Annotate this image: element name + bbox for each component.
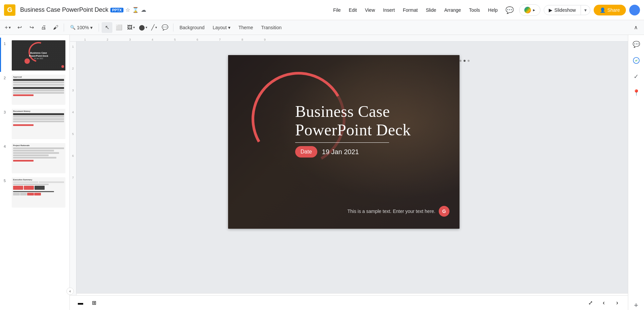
zoom-label: 🔍 xyxy=(70,25,75,30)
theme-button[interactable]: Theme xyxy=(235,22,257,33)
slide-item-3[interactable]: 3 Document History xyxy=(0,106,69,140)
menu-slide[interactable]: Slide xyxy=(422,6,439,14)
slide-panel: 1 Business CasePowerPoint Deck 19 Jan 20… xyxy=(0,35,70,310)
menu-format[interactable]: Format xyxy=(399,6,421,14)
prev-slide-button[interactable]: ‹ xyxy=(598,298,609,308)
slideshow-button[interactable]: ▶ Slideshow ▾ xyxy=(544,5,590,15)
tick-1: 1 xyxy=(74,38,96,41)
slide1-mini-title: Business CasePowerPoint Deck xyxy=(29,51,48,57)
bottom-bar: ▬ ⊞ ⤢ ‹ › xyxy=(70,295,628,310)
maps-sidebar-button[interactable]: 📍 xyxy=(630,87,642,99)
top-right: 💬 ▸ ▶ Slideshow ▾ 👤 Share xyxy=(504,4,640,16)
slide-item-1[interactable]: 1 Business CasePowerPoint Deck 19 Jan 20… xyxy=(0,38,69,72)
insert-image-tool[interactable]: 🖼▾ xyxy=(126,22,136,33)
slide-navigation-dots xyxy=(460,60,470,229)
slide-num-1: 1 xyxy=(4,42,9,71)
history-icon[interactable]: ⌛ xyxy=(132,7,139,13)
separator-3 xyxy=(173,24,173,32)
share-button[interactable]: 👤 Share xyxy=(594,5,626,15)
tick-4: 4 xyxy=(141,38,164,41)
meet-button[interactable]: ▸ xyxy=(519,4,540,16)
doc-title-text: Business Case PowerPoint Deck xyxy=(20,6,108,13)
slide-date-badge: Date xyxy=(295,146,317,158)
line-tool[interactable]: ╱▾ xyxy=(150,22,158,33)
doc-title: Business Case PowerPoint Deck PPTX ☆ ⌛ ☁ xyxy=(20,6,327,13)
share-label: Share xyxy=(607,7,620,13)
slide5-mini-title: Executive Summary xyxy=(13,179,64,181)
share-icon: 👤 xyxy=(600,7,605,13)
slide-thumb-2: Approval xyxy=(12,75,65,105)
zoom-value: 100% xyxy=(77,25,89,30)
add-button[interactable]: +▾ xyxy=(3,22,13,33)
paint-format-button[interactable]: 🖌 xyxy=(50,22,61,33)
menu-insert[interactable]: Insert xyxy=(380,6,398,14)
menu-tools[interactable]: Tools xyxy=(466,6,483,14)
slide-item-4[interactable]: 4 Project Rationale xyxy=(0,140,69,175)
menu-edit[interactable]: Edit xyxy=(345,6,360,14)
select-tool[interactable]: ↖ xyxy=(102,22,112,33)
slide-thumb-1: Business CasePowerPoint Deck 19 Jan 2021 xyxy=(12,40,65,71)
vertical-ruler: 1 2 3 4 5 6 7 xyxy=(70,42,76,310)
slide-thumb-5: Executive Summary xyxy=(12,177,65,208)
menu-view[interactable]: View xyxy=(362,6,378,14)
next-slide-button[interactable]: › xyxy=(612,298,623,308)
background-button[interactable]: Background xyxy=(176,22,208,33)
undo-button[interactable]: ↩ xyxy=(14,22,25,33)
slide-main-content: Business Case PowerPoint Deck Date 19 Ja… xyxy=(295,102,411,158)
view-single-button[interactable]: ▬ xyxy=(75,298,86,308)
collapse-toolbar-button[interactable]: ∧ xyxy=(631,22,641,33)
print-button[interactable]: 🖨 xyxy=(38,22,49,33)
pptx-badge: PPTX xyxy=(110,8,123,12)
meet-label: ▸ xyxy=(533,7,535,12)
tick-8: 8 xyxy=(231,38,254,41)
comment-tool[interactable]: 💬 xyxy=(160,22,170,33)
zoom-button[interactable]: 🔍 100% ▾ xyxy=(67,22,96,33)
slideshow-main[interactable]: ▶ Slideshow xyxy=(544,5,581,15)
expand-button[interactable]: ⤢ xyxy=(585,298,596,308)
slide-divider xyxy=(295,142,389,143)
slide-item-5[interactable]: 5 Executive Summary xyxy=(0,175,69,209)
slide-title: Business Case PowerPoint Deck xyxy=(295,102,411,139)
slide-comment-text: This is a sample text. Enter your text h… xyxy=(347,209,435,214)
slide2-mini-title: Approval xyxy=(13,76,64,78)
tasks-sidebar-button[interactable]: ✓ xyxy=(630,71,642,83)
slide-thumb-4: Project Rationale xyxy=(12,143,65,173)
shape-tool[interactable]: ⬤▾ xyxy=(138,22,149,33)
star-icon[interactable]: ☆ xyxy=(125,7,130,13)
tick-5: 5 xyxy=(164,38,186,41)
menu-arrange[interactable]: Arrange xyxy=(441,6,465,14)
add-sidebar-button[interactable]: + xyxy=(632,301,641,310)
tick-9: 9 xyxy=(254,38,276,41)
slide-thumb-3: Document History xyxy=(12,109,65,139)
tick-2: 2 xyxy=(96,38,119,41)
right-sidebar: 💬 ✓ 📍 + xyxy=(628,35,644,310)
slideshow-label: Slideshow xyxy=(554,7,576,13)
menu-file[interactable]: File xyxy=(330,6,344,14)
menu-help[interactable]: Help xyxy=(485,6,501,14)
slide-title-line2: PowerPoint Deck xyxy=(295,121,411,139)
meet-sidebar-button[interactable] xyxy=(630,54,642,67)
select-rect-tool[interactable]: ⬜ xyxy=(114,22,124,33)
meet-sidebar-icon xyxy=(633,57,640,64)
transition-button[interactable]: Transition xyxy=(258,22,285,33)
redo-button[interactable]: ↪ xyxy=(26,22,37,33)
view-grid-button[interactable]: ⊞ xyxy=(89,298,99,308)
slide-bottom-comment: This is a sample text. Enter your text h… xyxy=(347,206,449,217)
slide-item-2[interactable]: 2 Approval xyxy=(0,72,69,106)
vruler-6: 6 xyxy=(72,154,74,158)
collapse-icon[interactable]: ‹ xyxy=(66,287,70,295)
vruler-5: 5 xyxy=(72,132,74,136)
slide-date-row: Date 19 Jan 2021 xyxy=(295,146,411,158)
comment-button[interactable]: 💬 xyxy=(504,4,516,16)
layout-button[interactable]: Layout ▾ xyxy=(209,22,234,33)
main-layout: 1 Business CasePowerPoint Deck 19 Jan 20… xyxy=(0,35,644,310)
slideshow-dropdown[interactable]: ▾ xyxy=(581,5,590,15)
main-slide[interactable]: Business Case PowerPoint Deck Date 19 Ja… xyxy=(228,55,460,229)
chat-sidebar-button[interactable]: 💬 xyxy=(630,38,642,50)
cloud-icon[interactable]: ☁ xyxy=(141,7,146,13)
slide4-mini-title: Project Rationale xyxy=(13,144,64,146)
collapse-slide-panel-btn[interactable]: ‹ xyxy=(66,287,70,295)
layout-arrow: ▾ xyxy=(228,25,230,30)
user-avatar[interactable] xyxy=(629,5,640,15)
slide-list: 1 Business CasePowerPoint Deck 19 Jan 20… xyxy=(0,35,69,310)
